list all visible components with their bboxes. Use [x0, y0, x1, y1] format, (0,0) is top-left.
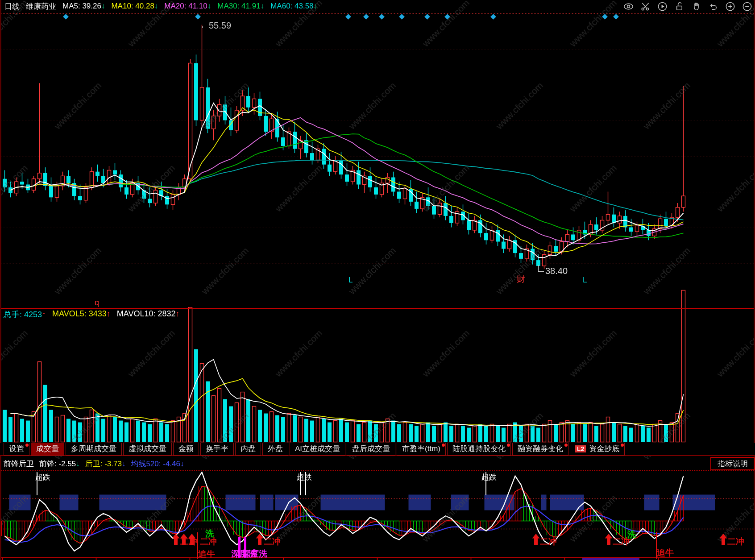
- price-low-pointer: [538, 265, 544, 272]
- play-circle-icon[interactable]: [657, 1, 668, 12]
- trading-app-window: www.cfchi.comwww.cfchi.comwww.cfchi.comw…: [0, 0, 755, 560]
- signal-label-二冲: 二冲: [540, 536, 557, 548]
- notification-dot-icon: [442, 444, 445, 447]
- notification-dot-icon: [25, 444, 29, 447]
- left-border: [0, 0, 1, 560]
- tab-label: 内盘: [241, 444, 256, 453]
- tab-label: 成交量: [36, 444, 59, 453]
- notification-dot-icon: [621, 444, 624, 447]
- bottom-axis-line: [0, 557, 755, 558]
- notification-dot-icon: [564, 444, 568, 447]
- buy-signal-arrow-icon: [605, 534, 613, 548]
- l2-badge: L2: [575, 445, 586, 452]
- tab-label: 外盘: [268, 444, 283, 453]
- tab-虚拟成交量[interactable]: 虚拟成交量: [123, 443, 172, 456]
- bottom-strip-segment: [582, 558, 639, 560]
- ma-value-MA10: MA10: 40.28↓: [111, 2, 158, 11]
- tab-盘后成交量[interactable]: 盘后成交量: [347, 443, 395, 456]
- price-low-annotation: 38.40: [545, 266, 568, 276]
- tab-陆股通持股变化[interactable]: 陆股通持股变化: [447, 443, 511, 456]
- tab-成交量[interactable]: 成交量: [31, 443, 64, 456]
- hand-icon[interactable]: [691, 1, 701, 12]
- chart-marker-L: L: [583, 276, 587, 285]
- ma-value-MA5: MA5: 39.26↓: [62, 2, 105, 11]
- tab-label: 陆股通持股变化: [452, 444, 506, 453]
- volume-field-MAVOL10: MAVOL10: 2832↑: [117, 309, 180, 320]
- period-label[interactable]: 日线: [4, 1, 20, 12]
- tab-设置[interactable]: 设置: [4, 443, 29, 456]
- indicator-header: 前锋后卫 前锋: -2.55↓后卫: -3.73↓均线520: -4.46↓: [4, 458, 184, 469]
- tab-label: 资金抄底: [589, 444, 619, 453]
- tab-label: 融资融券变化: [518, 444, 563, 453]
- tab-label: 多周期成交量: [71, 444, 116, 453]
- oversold-label: 超跌: [35, 472, 50, 482]
- volume-header: 总手: 4253↑MAVOL5: 3433↑MAVOL10: 2832↑: [4, 309, 180, 320]
- tab-金额[interactable]: 金额: [173, 443, 199, 456]
- indicator-field-后卫: 后卫: -3.73↓: [85, 459, 126, 469]
- buy-signal-arrow-icon: [256, 534, 264, 548]
- tab-label: 金额: [178, 444, 194, 453]
- undo-icon[interactable]: [708, 1, 718, 12]
- signal-label-二冲: 二冲: [264, 536, 281, 548]
- panel-separator-volume: [0, 308, 755, 309]
- tab-label: AI立桩成交量: [295, 444, 340, 453]
- tab-内盘[interactable]: 内盘: [235, 443, 261, 456]
- tab-资金抄底[interactable]: L2资金抄底: [570, 443, 625, 456]
- left-arrow-icon: ←: [200, 21, 209, 30]
- lock-open-icon[interactable]: [674, 1, 684, 12]
- signal-label-洗: 洗: [205, 528, 214, 539]
- indicator-field-均线520: 均线520: -4.46↓: [131, 459, 184, 469]
- signal-label-二冲: 二冲: [180, 536, 197, 548]
- indicator-fields: 前锋: -2.55↓后卫: -3.73↓均线520: -4.46↓: [39, 459, 184, 469]
- tab-label: 虚拟成交量: [129, 444, 166, 453]
- eye-icon[interactable]: [623, 1, 634, 12]
- tab-label: 市盈率(ttm): [402, 444, 440, 453]
- indicator-title: 前锋后卫: [4, 459, 34, 469]
- tab-label: 换手率: [206, 444, 228, 453]
- buy-signal-arrow-icon: [532, 534, 540, 548]
- tab-外盘[interactable]: 外盘: [262, 443, 288, 456]
- oversold-label: 超跌: [297, 472, 312, 482]
- ma-value-MA20: MA20: 41.10↓: [164, 2, 211, 11]
- buy-signal-arrow-icon: [719, 534, 727, 548]
- price-high-annotation: ←55.59: [200, 21, 231, 31]
- tab-label: 设置: [9, 444, 24, 453]
- chart-marker-q: q: [95, 298, 99, 307]
- tab-融资融券变化[interactable]: 融资融券变化: [512, 443, 568, 456]
- signal-label-深度洗: 深度洗: [242, 548, 267, 560]
- volume-field-MAVOL5: MAVOL5: 3433↑: [52, 309, 111, 320]
- signal-label-洗: 洗: [627, 529, 636, 540]
- zoom-in-icon[interactable]: [725, 1, 735, 12]
- scissors-icon[interactable]: [640, 1, 651, 12]
- panel-separator-indicator: [0, 470, 755, 471]
- chart-toolbar: [623, 1, 752, 12]
- tab-AI立桩成交量[interactable]: AI立桩成交量: [290, 443, 345, 456]
- buy-signal-arrow-icon: [172, 534, 180, 548]
- tab-多周期成交量[interactable]: 多周期成交量: [66, 443, 122, 456]
- volume-field-总手: 总手: 4253↑: [4, 309, 46, 320]
- chart-canvas[interactable]: [0, 0, 755, 560]
- tab-市盈率(ttm)[interactable]: 市盈率(ttm): [397, 443, 446, 456]
- indicator-field-前锋: 前锋: -2.55↓: [39, 459, 80, 469]
- indicator-help-button[interactable]: 指标说明: [710, 457, 755, 470]
- oversold-label: 超跌: [481, 472, 497, 482]
- chart-marker-L: L: [348, 276, 353, 285]
- tab-label: 盘后成交量: [352, 444, 390, 453]
- signal-label-二冲: 二冲: [727, 536, 744, 548]
- ma-value-list: MA5: 39.26↓MA10: 40.28↓MA20: 41.10↓MA30:…: [62, 2, 317, 11]
- zoom-out-icon[interactable]: [742, 1, 752, 12]
- chart-marker-财: 财: [517, 274, 525, 285]
- stock-name[interactable]: 维康药业: [26, 1, 56, 12]
- signal-label-追牛: 追牛: [657, 547, 674, 559]
- ma-value-MA30: MA30: 41.91↓: [217, 2, 264, 11]
- signal-label-追牛: 追牛: [198, 548, 215, 560]
- ma-value-MA60: MA60: 43.58↓: [270, 2, 317, 11]
- tab-换手率[interactable]: 换手率: [200, 443, 234, 456]
- indicator-tab-bar: 设置成交量多周期成交量虚拟成交量金额换手率内盘外盘AI立桩成交量盘后成交量市盈率…: [0, 443, 755, 456]
- notification-dot-icon: [507, 444, 510, 447]
